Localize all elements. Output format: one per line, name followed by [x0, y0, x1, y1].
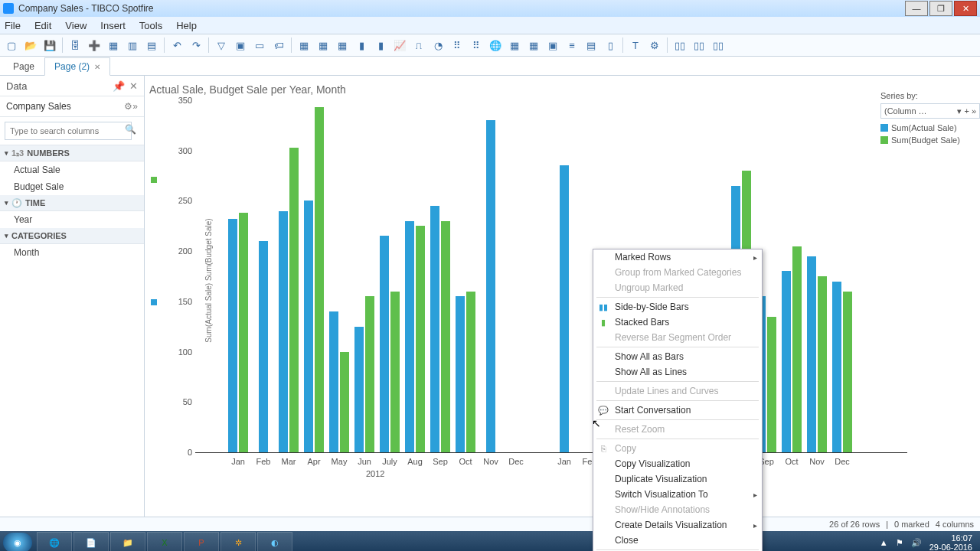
- search-icon[interactable]: 🔍: [125, 124, 136, 135]
- save-icon[interactable]: 💾: [41, 37, 58, 54]
- close-icon[interactable]: ✕: [94, 63, 100, 71]
- scatter3d-icon[interactable]: ⠿: [468, 37, 485, 54]
- task-notepad[interactable]: 📄: [74, 532, 109, 551]
- task-chrome[interactable]: 🌐: [37, 532, 72, 551]
- ctx-show-lines[interactable]: Show All as Lines: [593, 364, 762, 380]
- chart-plot[interactable]: 050100150200250300350 Sum(Actual Sale) S…: [195, 100, 907, 452]
- tag-icon[interactable]: 🏷: [270, 37, 287, 54]
- gear-icon[interactable]: ⚙: [646, 37, 663, 54]
- table-icon[interactable]: ▦: [296, 37, 312, 54]
- tab-page1[interactable]: Page: [3, 57, 44, 75]
- chart-title: Actual Sale, Budget Sale per Year, Month: [149, 83, 972, 96]
- tool-icon[interactable]: ▤: [143, 37, 160, 54]
- ctx-close[interactable]: Close: [593, 533, 762, 548]
- search-input[interactable]: [5, 122, 132, 140]
- menu-help[interactable]: Help: [176, 20, 197, 31]
- column-actual-sale[interactable]: Actual Sale: [0, 161, 144, 178]
- ctx-show-hide-ann: Show/Hide Annotations: [593, 502, 762, 517]
- minimize-button[interactable]: —: [905, 1, 928, 16]
- menu-file[interactable]: File: [5, 20, 21, 31]
- tray-flag-icon[interactable]: ⚑: [896, 538, 903, 548]
- task-powerpoint[interactable]: P: [184, 532, 219, 551]
- heatmap-icon[interactable]: ▦: [525, 37, 542, 54]
- section-categories[interactable]: ▾CATEGORIES: [0, 228, 144, 244]
- layout-icon[interactable]: ▯▯: [691, 37, 707, 54]
- task-excel[interactable]: X: [147, 532, 182, 551]
- ctx-side-by-side[interactable]: ▮▮Side-by-Side Bars: [593, 299, 762, 315]
- column-budget-sale[interactable]: Budget Sale: [0, 178, 144, 195]
- menu-view[interactable]: View: [65, 20, 87, 31]
- data-icon[interactable]: 🗄: [67, 37, 83, 54]
- close-icon[interactable]: ✕: [129, 80, 138, 92]
- treemap-icon[interactable]: ▦: [506, 37, 523, 54]
- ctx-start-conversation[interactable]: 💬Start Conversation: [593, 403, 762, 418]
- kpi-icon[interactable]: ▣: [544, 37, 561, 54]
- waterfall-icon[interactable]: ▮: [372, 37, 389, 54]
- task-spotfire[interactable]: ◐: [257, 532, 292, 551]
- tray-flag-icon[interactable]: ▲: [880, 538, 888, 547]
- ctx-reset-zoom: Reset Zoom: [593, 422, 762, 437]
- undo-icon[interactable]: ↶: [168, 37, 185, 54]
- chevron-right-icon: ▸: [753, 521, 757, 530]
- menu-insert[interactable]: Insert: [100, 20, 126, 31]
- pie-icon[interactable]: ◔: [430, 37, 446, 54]
- summary-icon[interactable]: ▤: [583, 37, 599, 54]
- text-icon[interactable]: T: [627, 37, 644, 54]
- open-icon[interactable]: 📂: [22, 37, 39, 54]
- section-time[interactable]: ▾🕐TIME: [0, 195, 144, 211]
- copy-icon: ⎘: [598, 443, 609, 454]
- app-icon: [3, 3, 14, 14]
- task-explorer[interactable]: 📁: [110, 532, 145, 551]
- pin-icon[interactable]: 📌: [113, 80, 125, 92]
- combo-icon[interactable]: ⎍: [410, 37, 427, 54]
- ctx-create-details[interactable]: Create Details Visualization▸: [593, 517, 762, 533]
- tab-page2[interactable]: Page (2)✕: [44, 57, 110, 76]
- ctx-stacked[interactable]: ▮Stacked Bars: [593, 315, 762, 330]
- parallel-icon[interactable]: ≡: [564, 37, 580, 54]
- line-icon[interactable]: 📈: [391, 37, 408, 54]
- bar-icon[interactable]: ▮: [353, 37, 370, 54]
- stacked-icon: ▮: [598, 317, 609, 328]
- tray-clock[interactable]: 16:07 29-06-2016: [929, 533, 972, 551]
- page-icon[interactable]: ▭: [251, 37, 268, 54]
- map-icon[interactable]: 🌐: [487, 37, 504, 54]
- scatter-icon[interactable]: ⠿: [449, 37, 466, 54]
- menu-tools[interactable]: Tools: [139, 20, 162, 31]
- ctx-reverse: Reverse Bar Segment Order: [593, 330, 762, 345]
- tool-icon[interactable]: ▥: [124, 37, 141, 54]
- box-icon[interactable]: ▯: [602, 37, 619, 54]
- tray-volume-icon[interactable]: 🔊: [911, 538, 922, 548]
- ctx-dup-vis[interactable]: Duplicate Visualization: [593, 471, 762, 487]
- maximize-button[interactable]: ❐: [929, 1, 952, 16]
- gear-icon[interactable]: ⚙»: [124, 101, 138, 112]
- start-button[interactable]: ◉: [3, 533, 32, 551]
- page-tabs: Page Page (2)✕: [0, 57, 980, 76]
- ctx-copy-vis[interactable]: Copy Visualization: [593, 456, 762, 471]
- menu-edit[interactable]: Edit: [34, 20, 51, 31]
- status-rows: 26 of 26 rows: [829, 520, 880, 529]
- add-icon[interactable]: ➕: [86, 37, 103, 54]
- column-year[interactable]: Year: [0, 211, 144, 228]
- datasource-name[interactable]: Company Sales: [6, 101, 71, 112]
- layout-icon[interactable]: ▯▯: [671, 37, 688, 54]
- ctx-marked-rows[interactable]: Marked Rows▸: [593, 249, 762, 265]
- bars-container: JanFebMarAprMayJunJulyAugSepOctNovDecJan…: [195, 100, 907, 453]
- column-month[interactable]: Month: [0, 244, 144, 261]
- redo-icon[interactable]: ↷: [188, 37, 204, 54]
- task-gotomeeting[interactable]: ✲: [220, 532, 256, 551]
- ctx-switch-vis[interactable]: Switch Visualization To▸: [593, 487, 762, 502]
- status-marked: 0 marked: [894, 520, 929, 529]
- filter-icon[interactable]: ▽: [213, 37, 230, 54]
- layout-icon[interactable]: ▯▯: [710, 37, 727, 54]
- ctx-show-bars[interactable]: Show All as Bars: [593, 349, 762, 364]
- crosstab-icon[interactable]: ▦: [315, 37, 332, 54]
- legend-series-by: Series by:: [880, 91, 980, 100]
- tool-icon[interactable]: ▦: [105, 37, 122, 54]
- section-numbers[interactable]: ▾1₂3NUMBERS: [0, 145, 144, 161]
- close-button[interactable]: ✕: [954, 1, 977, 16]
- new-icon[interactable]: ▢: [3, 37, 20, 54]
- marker-icon[interactable]: ▣: [232, 37, 249, 54]
- sidebyside-icon: ▮▮: [598, 302, 609, 312]
- status-cols: 4 columns: [936, 520, 974, 529]
- graphtable-icon[interactable]: ▦: [334, 37, 351, 54]
